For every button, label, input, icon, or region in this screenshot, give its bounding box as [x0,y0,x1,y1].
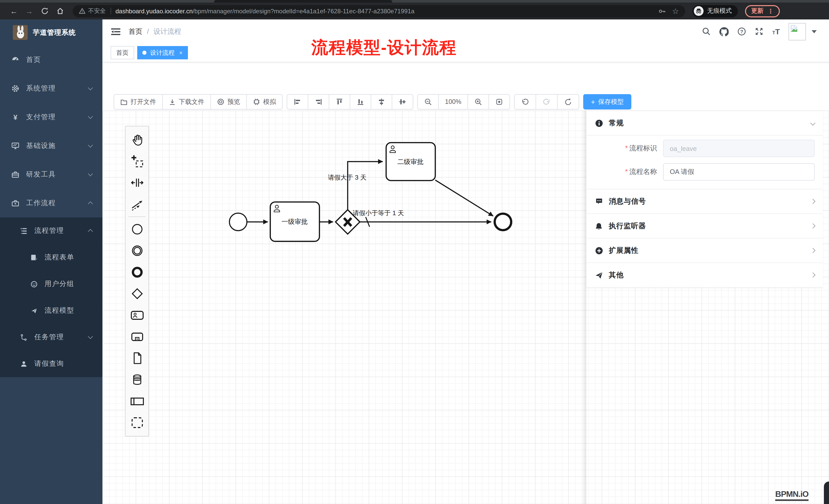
fullscreen-icon[interactable] [755,27,764,36]
browser-forward-button[interactable]: → [23,4,36,18]
create-data-object[interactable] [127,347,147,369]
create-start-event[interactable] [127,219,147,240]
site-security[interactable]: 不安全 [79,7,106,15]
github-icon[interactable] [720,27,729,36]
search-icon[interactable] [702,27,711,36]
section-label: 常规 [609,118,624,128]
process-name-input[interactable] [663,163,815,181]
button-label: 保存模型 [598,98,624,106]
zoom-level[interactable]: 100% [439,94,468,110]
undo-button[interactable] [514,94,536,110]
hand-tool[interactable] [127,129,147,150]
preview-button[interactable]: 预览 [211,94,247,110]
align-center-vertical-button[interactable] [392,94,413,110]
tree-list-icon [20,227,28,235]
close-icon[interactable]: × [179,50,183,56]
task-label: 二级审批 [397,158,424,165]
bell-icon [594,222,603,230]
lasso-tool[interactable] [127,150,147,172]
browser-active-tab[interactable] [214,0,392,3]
restart-button[interactable] [557,94,579,110]
sidebar-item-process-mgmt[interactable]: 流程管理 [0,218,102,244]
app-title: 芋道管理系统 [33,28,76,37]
font-size-icon[interactable]: TT [772,28,780,35]
avatar-caret-icon[interactable] [812,30,817,33]
bpmn-io-watermark[interactable]: BPMN.iO [775,490,808,501]
space-tool[interactable] [127,172,147,193]
flow-task2-to-end[interactable] [435,180,493,216]
simulate-button[interactable]: 模拟 [247,94,283,110]
url-bar[interactable]: 不安全 dashboard.yudao.iocoder.cn /bpm/mana… [73,5,685,17]
flow-label-le1[interactable]: 请假小于等于 1 天 [353,209,404,217]
sidebar-item-label: 系统管理 [26,84,56,93]
create-group[interactable] [127,412,147,433]
app-logo-row[interactable]: 芋道管理系统 [0,20,102,45]
browser-back-button[interactable]: ← [7,4,21,18]
save-model-button[interactable]: + 保存模型 [583,94,632,110]
create-gateway[interactable] [127,283,147,304]
sidebar-item-system[interactable]: 系统管理 [0,74,102,103]
face-icon [30,280,38,288]
browser-update-button[interactable]: 更新 ⋮ [745,5,780,17]
app-logo [13,25,28,40]
open-file-button[interactable]: 打开文件 [114,94,163,110]
download-file-button[interactable]: 下载文件 [163,94,211,110]
create-intermediate-event[interactable] [127,240,147,262]
panel-section-general[interactable]: 常规 [586,111,823,135]
create-participant[interactable] [127,390,147,412]
task-second-approval[interactable]: 二级审批 [386,143,435,180]
align-bottom-button[interactable] [350,94,371,110]
zoom-value: 100% [445,98,461,105]
panel-section-other[interactable]: 其他 [586,263,823,287]
start-event[interactable] [229,213,247,231]
bpmn-canvas[interactable]: 请假小于等于 1 天 请假大于 3 天 一级审批 [102,111,829,504]
browser-menu-icon[interactable]: ⋮ [767,7,774,14]
sidebar-item-label: 研发工具 [26,170,56,179]
url-host: dashboard.yudao.iocoder.cn [115,7,193,14]
browser-reload-button[interactable] [38,4,51,18]
sidebar-item-payment[interactable]: ¥ 支付管理 [0,103,102,131]
avatar[interactable] [789,23,806,40]
end-event[interactable] [495,214,511,230]
sidebar-item-task-mgmt[interactable]: 任务管理 [0,324,102,350]
task-first-approval[interactable]: 一级审批 [271,202,320,241]
zoom-in-button[interactable] [468,94,489,110]
sidebar-item-leave-query[interactable]: 请假查询 [0,350,102,377]
tag-tab-home[interactable]: 首页 [111,46,134,60]
global-connect-tool[interactable] [127,193,147,215]
sidebar-item-infra[interactable]: 基础设施 [0,131,102,160]
create-end-event[interactable] [127,262,147,283]
create-subprocess[interactable] [127,326,147,347]
panel-section-message[interactable]: 消息与信号 [586,189,823,214]
help-icon[interactable]: ? [737,27,746,36]
align-center-horizontal-button[interactable] [371,94,392,110]
redo-button[interactable] [536,94,557,110]
breadcrumb-home[interactable]: 首页 [129,27,142,36]
chevron-right-icon [810,199,816,204]
sidebar-item-process-model[interactable]: 流程模型 [0,297,102,324]
sidebar-item-process-form[interactable]: 流程表单 [0,244,102,271]
button-label: 打开文件 [131,98,156,106]
flow-label-gt3[interactable]: 请假大于 3 天 [328,174,367,181]
sidebar-item-user-group[interactable]: 用户分组 [0,271,102,297]
tag-tab-design[interactable]: 设计流程 × [137,46,188,60]
create-data-store[interactable] [127,369,147,390]
sidebar-item-devtools[interactable]: 研发工具 [0,160,102,189]
zoom-reset-button[interactable] [489,94,510,110]
password-key-icon[interactable] [658,7,666,15]
panel-section-listener[interactable]: 执行监听器 [586,214,823,238]
sidebar-collapse-button[interactable] [111,27,120,36]
sidebar-item-home[interactable]: 首页 [0,45,102,74]
tags-bar: 首页 设计流程 × [102,43,829,63]
browser-home-button[interactable] [53,4,67,18]
align-left-button[interactable] [287,94,308,110]
panel-section-extension[interactable]: 扩展属性 [586,238,823,263]
zoom-out-button[interactable] [417,94,439,110]
process-key-input[interactable] [663,140,815,157]
sidebar-item-workflow[interactable]: 工作流程 [0,189,102,218]
flow-gateway-to-task2[interactable] [348,162,383,210]
bookmark-star-icon[interactable]: ☆ [672,6,679,15]
align-top-button[interactable] [329,94,350,110]
align-right-button[interactable] [308,94,329,110]
create-user-task[interactable] [127,304,147,326]
